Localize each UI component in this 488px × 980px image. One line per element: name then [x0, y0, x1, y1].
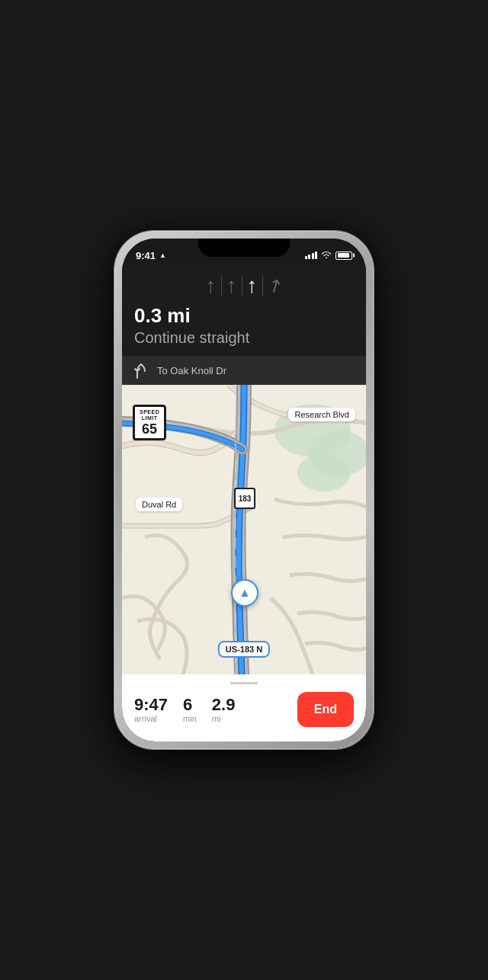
phone-screen: 9:41 ▲	[122, 239, 366, 741]
signal-bar-3	[312, 253, 314, 259]
duration-stat: 6 min	[183, 696, 197, 723]
map-area[interactable]: SPEEDLIMIT 65 Research Blvd Duval Rd 183…	[122, 385, 366, 674]
highway-shield-183: 183	[234, 488, 255, 509]
status-icons	[305, 251, 353, 260]
route-label: US-183 N	[218, 641, 270, 658]
instruction-display: Continue straight	[134, 329, 354, 347]
lane-divider-1	[221, 275, 222, 296]
distance-stat: 2.9 mi	[212, 696, 236, 723]
signal-bar-2	[308, 255, 310, 259]
lane-arrow-3: ↑	[247, 275, 258, 296]
lane-divider-3	[262, 275, 263, 296]
arrival-label: arrival	[134, 714, 157, 723]
status-time: 9:41 ▲	[136, 250, 166, 261]
bottom-panel: 9:47 arrival 6 min 2.9 mi End	[122, 674, 366, 741]
duval-rd-label: Duval Rd	[136, 498, 182, 511]
phone-frame: 9:41 ▲	[114, 231, 374, 749]
battery-fill	[338, 253, 349, 258]
current-location: ▲	[231, 579, 258, 607]
lane-arrows: ↑ ↑ ↑ ↗	[134, 272, 354, 304]
sub-instruction-bar: To Oak Knoll Dr	[122, 356, 366, 385]
bottom-handle	[230, 682, 258, 684]
lane-arrow-2: ↑	[226, 275, 237, 296]
distance-display: 0.3 mi	[134, 304, 354, 328]
speed-limit-value: 65	[140, 422, 159, 436]
signal-bars	[305, 251, 318, 259]
research-blvd-label: Research Blvd	[288, 408, 355, 421]
duration-value: 6	[183, 696, 192, 714]
sub-arrow-icon	[134, 363, 149, 378]
lane-arrow-4: ↗	[268, 277, 283, 295]
signal-bar-4	[315, 251, 317, 259]
arrow-up-1: ↑	[206, 275, 217, 296]
shield-number: 183	[234, 488, 255, 509]
end-navigation-button[interactable]: End	[297, 692, 354, 727]
sub-instruction-text: To Oak Knoll Dr	[157, 365, 226, 376]
speed-limit-sign: SPEEDLIMIT 65	[133, 405, 166, 440]
time-display: 9:41	[136, 250, 156, 261]
nav-header: ↑ ↑ ↑ ↗ 0.3 mi Continue straight	[122, 266, 366, 356]
arrow-right-1: ↗	[264, 274, 286, 298]
wifi-icon	[321, 251, 332, 260]
location-icon: ▲	[159, 251, 166, 259]
lane-divider-2	[242, 275, 242, 296]
svg-point-4	[297, 453, 351, 492]
arrow-up-2: ↑	[226, 275, 237, 296]
bottom-stats: 9:47 arrival 6 min 2.9 mi End	[134, 692, 354, 727]
distance-value: 2.9	[212, 696, 236, 714]
arrival-time: 9:47	[134, 696, 168, 714]
speed-limit-label: SPEEDLIMIT	[140, 409, 159, 422]
arrow-up-3-active: ↑	[247, 275, 258, 296]
signal-bar-1	[305, 256, 307, 259]
arrival-stat: 9:47 arrival	[134, 696, 168, 723]
duration-label: min	[183, 714, 197, 723]
location-arrow-icon: ▲	[239, 586, 251, 600]
distance-label: mi	[212, 714, 221, 723]
notch	[198, 239, 290, 257]
location-circle: ▲	[231, 579, 258, 607]
battery-icon	[336, 251, 352, 260]
lane-arrow-1: ↑	[206, 275, 217, 296]
